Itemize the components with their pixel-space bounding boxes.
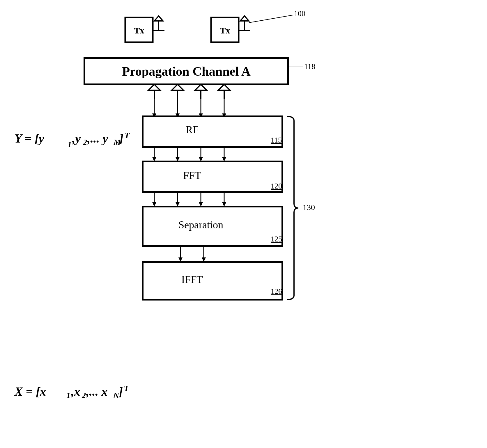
eq-y-sub1: 1 <box>68 140 72 149</box>
eq-y-ellipsis: ,... y <box>87 132 108 145</box>
eq-y-close: ] <box>118 132 123 145</box>
svg-rect-50 <box>143 262 282 300</box>
eq-y-sub2: 2 <box>83 138 87 147</box>
label-125: 125 <box>271 235 282 243</box>
eq-x-sub1: 1 <box>66 391 70 400</box>
eq-x-sub2: 2 <box>82 391 86 400</box>
tx-left-label: Tx <box>134 26 144 35</box>
svg-marker-5 <box>154 16 163 21</box>
label-130: 130 <box>303 203 315 212</box>
eq-x-close: ] <box>118 385 123 398</box>
svg-rect-36 <box>143 161 282 192</box>
label-126: 126 <box>271 287 282 296</box>
eq-x: X = [x <box>14 385 46 398</box>
separation-label: Separation <box>178 219 223 231</box>
label-120: 120 <box>271 182 282 190</box>
eq-y-T: T <box>124 130 130 140</box>
label-115: 115 <box>271 136 282 144</box>
eq-y: Y = [y <box>15 132 44 145</box>
eq-x-ellipsis: ,... x <box>86 385 108 398</box>
label-100: 100 <box>294 9 305 18</box>
eq-x-T: T <box>124 383 130 393</box>
svg-line-0 <box>249 15 293 23</box>
main-svg: 100 Tx Tx Propagation Channel A 118 <box>0 0 487 448</box>
svg-marker-8 <box>240 16 249 21</box>
diagram-container: 100 Tx Tx Propagation Channel A 118 <box>0 0 487 448</box>
ifft-label: IFFT <box>181 274 203 285</box>
prop-channel-label: Propagation Channel A <box>122 64 251 79</box>
svg-rect-27 <box>143 116 282 147</box>
label-118: 118 <box>304 62 315 71</box>
eq-x-comma1: ,x <box>71 385 80 398</box>
fft-label: FFT <box>183 170 201 181</box>
tx-right-label: Tx <box>220 26 230 35</box>
eq-y-comma1: ,y <box>72 132 81 145</box>
rf-label: RF <box>186 124 199 136</box>
